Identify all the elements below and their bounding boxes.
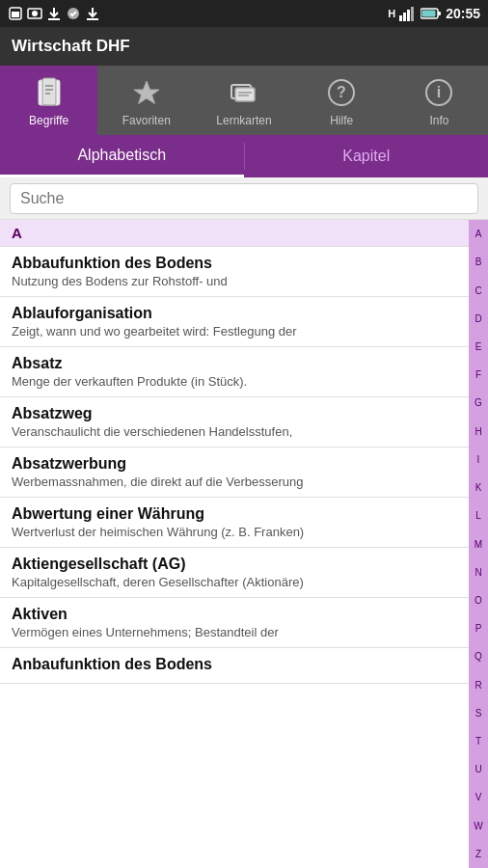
hilfe-icon: ? [324, 75, 359, 110]
alphabet-sidebar: ABCDEFGHIKLMNOPQRSTUVWZ [469, 220, 488, 868]
alpha-letter-c[interactable]: C [469, 276, 488, 304]
entry-subtitle: Zeigt, wann und wo gearbeitet wird: Fest… [12, 324, 457, 339]
alpha-letter-n[interactable]: N [469, 558, 488, 586]
tab-info-label: Info [429, 114, 448, 127]
alpha-letter-o[interactable]: O [469, 586, 488, 614]
svg-rect-8 [403, 13, 406, 21]
entry-title: Aktiven [12, 606, 457, 623]
svg-text:?: ? [337, 84, 346, 100]
battery-icon [420, 7, 442, 20]
alpha-letter-i[interactable]: I [469, 446, 488, 474]
search-bar [0, 177, 488, 220]
alpha-letter-h[interactable]: H [469, 418, 488, 446]
entry-title: Absatzwerbung [12, 455, 457, 473]
tab-begriffe[interactable]: Begriffe [0, 66, 97, 135]
section-header-a: A [0, 220, 469, 247]
entry-title: Absatzweg [12, 405, 457, 422]
entry-subtitle: Veranschaulicht die verschiedenen Handel… [12, 424, 457, 439]
svg-rect-9 [407, 10, 410, 21]
alpha-letter-g[interactable]: G [469, 389, 488, 417]
alpha-letter-m[interactable]: M [469, 529, 488, 557]
svg-marker-20 [134, 81, 159, 104]
entry-title: Ablauforganisation [12, 305, 457, 322]
photo-icon [27, 6, 42, 21]
list-item[interactable]: Abwertung einer Währung Wertverlust der … [0, 498, 469, 548]
tab-info[interactable]: i Info [391, 66, 488, 135]
entry-subtitle: Menge der verkauften Produkte (in Stück)… [12, 374, 457, 389]
status-icons-left [8, 6, 100, 21]
info-icon: i [421, 75, 456, 110]
alpha-letter-a[interactable]: A [469, 220, 488, 248]
entry-list: A Abbaufunktion des Bodens Nutzung des B… [0, 220, 488, 868]
tab-hilfe-label: Hilfe [330, 114, 353, 127]
list-item[interactable]: Anbaufunktion des Bodens [0, 648, 469, 684]
svg-rect-12 [438, 12, 441, 15]
time-display: 20:55 [446, 6, 480, 21]
list-item[interactable]: Absatzweg Veranschaulicht die verschiede… [0, 397, 469, 448]
alpha-letter-s[interactable]: S [469, 699, 488, 727]
alpha-letter-k[interactable]: K [469, 474, 488, 502]
list-item[interactable]: Abbaufunktion des Bodens Nutzung des Bod… [0, 247, 469, 297]
svg-rect-22 [235, 88, 255, 101]
entry-subtitle: Nutzung des Bodens zur Rohstoff- und [12, 274, 457, 288]
svg-rect-13 [422, 11, 436, 17]
tab-begriffe-label: Begriffe [29, 114, 68, 127]
check-icon [66, 6, 81, 21]
list-item[interactable]: Absatz Menge der verkauften Produkte (in… [0, 347, 469, 397]
arrow-icon [85, 6, 100, 21]
status-icons-right: H 20:55 [388, 6, 480, 21]
status-bar: H 20:55 [0, 0, 488, 27]
tab-lernkarten-label: Lernkarten [216, 114, 271, 127]
entry-subtitle: Kapitalgesellschaft, deren Gesellschafte… [12, 575, 457, 589]
lernkarten-icon [227, 75, 261, 110]
entry-subtitle: Vermögen eines Unternehmens; Bestandteil… [12, 625, 457, 639]
entry-title: Abbaufunktion des Bodens [12, 255, 457, 272]
sim-icon [8, 6, 23, 21]
svg-rect-16 [42, 78, 56, 105]
entry-subtitle: Werbemassnahmen, die direkt auf die Verb… [12, 475, 457, 489]
entry-title: Absatz [12, 355, 457, 372]
entry-title: Abwertung einer Währung [12, 505, 457, 523]
entry-subtitle: Wertverlust der heimischen Währung (z. B… [12, 525, 457, 539]
svg-point-3 [32, 11, 38, 16]
segment-alphabetisch[interactable]: Alphabetisch [0, 135, 244, 177]
alpha-letter-p[interactable]: P [469, 614, 488, 642]
app-title: Wirtschaft DHF [12, 37, 130, 56]
entry-title: Aktiengesellschaft (AG) [12, 556, 457, 573]
svg-text:i: i [437, 84, 441, 100]
network-label: H [388, 8, 395, 19]
list-item[interactable]: Aktiengesellschaft (AG) Kapitalgesellsch… [0, 548, 469, 598]
search-input[interactable] [10, 183, 478, 214]
alpha-letter-u[interactable]: U [469, 755, 488, 783]
favoriten-icon [129, 75, 164, 110]
alpha-letter-z[interactable]: Z [469, 840, 488, 868]
alpha-letter-t[interactable]: T [469, 727, 488, 755]
alpha-letter-f[interactable]: F [469, 361, 488, 389]
download-icon [46, 6, 62, 21]
tab-hilfe[interactable]: ? Hilfe [293, 66, 391, 135]
alpha-letter-l[interactable]: L [469, 502, 488, 529]
alpha-letter-e[interactable]: E [469, 333, 488, 361]
alpha-letter-q[interactable]: Q [469, 642, 488, 670]
tab-bar: Begriffe Favoriten Lernkarten ? H [0, 66, 488, 135]
alpha-letter-v[interactable]: V [469, 783, 488, 811]
svg-rect-10 [411, 7, 414, 21]
tab-lernkarten[interactable]: Lernkarten [195, 66, 292, 135]
entry-title: Anbaufunktion des Bodens [12, 656, 457, 673]
svg-rect-7 [399, 15, 402, 21]
tab-favoriten-label: Favoriten [122, 114, 171, 127]
segment-bar: Alphabetisch Kapitel [0, 135, 488, 177]
alpha-letter-d[interactable]: D [469, 305, 488, 333]
list-item[interactable]: Aktiven Vermögen eines Unternehmens; Bes… [0, 598, 469, 648]
list-item[interactable]: Ablauforganisation Zeigt, wann und wo ge… [0, 297, 469, 347]
alpha-letter-b[interactable]: B [469, 248, 488, 276]
app-titlebar: Wirtschaft DHF [0, 27, 488, 66]
svg-rect-1 [12, 12, 19, 17]
alpha-letter-r[interactable]: R [469, 671, 488, 699]
signal-icon [399, 6, 417, 21]
begriffe-icon [32, 75, 67, 110]
segment-kapitel[interactable]: Kapitel [245, 135, 489, 177]
list-item[interactable]: Absatzwerbung Werbemassnahmen, die direk… [0, 448, 469, 498]
alpha-letter-w[interactable]: W [469, 812, 488, 840]
tab-favoriten[interactable]: Favoriten [97, 66, 195, 135]
